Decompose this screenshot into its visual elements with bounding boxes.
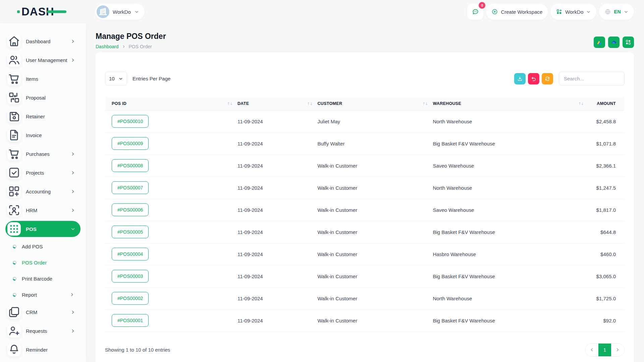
cell-warehouse: Big Basket F&V Warehouse: [433, 309, 589, 331]
sidebar-item-crm[interactable]: CRM: [5, 304, 80, 320]
sidebar-item-label: Print Barcode: [22, 276, 52, 282]
bullet-icon: [13, 293, 16, 297]
sort-icon[interactable]: ↑↓: [307, 102, 313, 106]
cell-customer: Walk-in Customer: [318, 155, 433, 177]
breadcrumb-dashboard-link[interactable]: Dashboard: [96, 44, 119, 49]
cell-pos-id: #POS00005: [105, 221, 237, 243]
download-button[interactable]: [514, 73, 526, 84]
cell-date: 11-09-2024: [237, 110, 318, 132]
column-label: CUSTOMER: [318, 101, 342, 106]
cell-pos-id: #POS00002: [105, 287, 237, 309]
cell-customer: Juliet May: [318, 110, 433, 132]
column-header-amount[interactable]: AMOUNT: [589, 97, 625, 110]
pos-id-link[interactable]: #POS00004: [112, 248, 149, 260]
sidebar-item-user-management[interactable]: User Management: [5, 52, 80, 68]
messages-button[interactable]: 0: [467, 4, 483, 20]
breadcrumb-current: POS Order: [129, 44, 152, 49]
pos-id-link[interactable]: #POS00007: [112, 181, 149, 194]
pos-id-link[interactable]: #POS00003: [112, 270, 149, 283]
sidebar-item-label: Projects: [26, 170, 44, 176]
chat-icon: [472, 8, 479, 16]
table-row: #POS0000611-09-2024Walk-in CustomerSaveo…: [105, 199, 625, 221]
sidebar-item-label: Reminder: [26, 347, 48, 353]
chevron-right-icon: [70, 152, 75, 157]
onedrive-button[interactable]: [608, 37, 620, 48]
sidebar-item-items[interactable]: Items: [5, 71, 80, 87]
sidebar-item-label: CRM: [26, 309, 37, 315]
google-drive-icon: [596, 39, 603, 46]
table-row: #POS0000711-09-2024Walk-in CustomerNorth…: [105, 177, 625, 199]
column-header-date[interactable]: DATE↑↓: [237, 97, 318, 110]
sidebar-item-label: Add POS: [22, 244, 43, 249]
chevron-down-icon: [586, 9, 591, 14]
column-header-pos-id[interactable]: POS ID↑↓: [105, 97, 237, 110]
table-action-buttons: [514, 73, 553, 84]
chevron-right-icon: [70, 292, 74, 297]
sidebar-item-report[interactable]: Report: [5, 288, 80, 301]
pos-id-link[interactable]: #POS00002: [112, 292, 149, 305]
workspace-menu-button[interactable]: WorkDo: [550, 4, 596, 20]
column-label: POS ID: [112, 101, 126, 106]
sidebar-item-reminder[interactable]: Reminder: [5, 342, 80, 358]
table-row: #POS0000311-09-2024Walk-in CustomerBig B…: [105, 265, 625, 287]
cart-icon: [7, 147, 21, 161]
sidebar-item-pos[interactable]: POS: [5, 221, 80, 237]
bell-icon: [7, 343, 21, 356]
apps-grid-button[interactable]: [623, 37, 634, 48]
sidebar-item-dashboard[interactable]: Dashboard: [5, 33, 80, 49]
cell-customer: Buffy Walter: [318, 132, 433, 155]
column-header-warehouse[interactable]: WAREHOUSE↑↓: [433, 97, 589, 110]
sidebar-item-proposal[interactable]: Proposal: [5, 89, 80, 106]
sidebar-item-retainer[interactable]: Retainer: [5, 108, 80, 124]
search-input[interactable]: [559, 72, 625, 85]
sidebar-item-requests[interactable]: Requests: [5, 323, 80, 339]
table-row: #POS0000111-09-2024Walk-in CustomerBig B…: [105, 309, 625, 331]
sidebar-item-pos-order[interactable]: POS Order: [5, 256, 80, 269]
cell-amount: $460.0: [589, 243, 625, 265]
cell-pos-id: #POS00003: [105, 265, 237, 287]
pos-id-link[interactable]: #POS00008: [112, 159, 149, 172]
refresh-button[interactable]: [542, 73, 553, 84]
app-logo[interactable]: DASH: [21, 5, 54, 18]
pos-id-link[interactable]: #POS00009: [112, 137, 149, 150]
cell-date: 11-09-2024: [237, 287, 318, 309]
workspace-menu-label: WorkDo: [565, 9, 583, 15]
page-title: Manage POS Order: [96, 32, 634, 41]
pos-id-link[interactable]: #POS00001: [112, 314, 149, 327]
page-1-button[interactable]: 1: [598, 344, 611, 356]
pos-id-link[interactable]: #POS00006: [112, 203, 149, 216]
sort-icon[interactable]: ↑↓: [227, 102, 233, 106]
sidebar-item-add-pos[interactable]: Add POS: [5, 240, 80, 253]
sort-icon[interactable]: ↑↓: [578, 102, 584, 106]
workspace-selector[interactable]: WorkDo: [95, 4, 145, 20]
cell-amount: $3,065.0: [589, 265, 625, 287]
language-label: EN: [614, 9, 621, 14]
cell-amount: $2,366.1: [589, 155, 625, 177]
google-drive-button[interactable]: [594, 37, 605, 48]
chevron-down-icon: [624, 9, 629, 14]
entries-per-page-select[interactable]: 10: [105, 72, 127, 85]
cell-date: 11-09-2024: [237, 177, 318, 199]
sidebar-item-accounting[interactable]: Accounting: [5, 183, 80, 199]
sidebar-item-projects[interactable]: Projects: [5, 165, 80, 181]
sidebar-item-print-barcode[interactable]: Print Barcode: [5, 272, 80, 285]
cell-pos-id: #POS00004: [105, 243, 237, 265]
table-row: #POS0000811-09-2024Walk-in CustomerSaveo…: [105, 155, 625, 177]
pos-id-link[interactable]: #POS00005: [112, 226, 149, 238]
next-page-button[interactable]: [611, 344, 624, 356]
users-icon: [7, 53, 21, 67]
sidebar-item-purchases[interactable]: Purchases: [5, 146, 80, 162]
previous-page-button[interactable]: [585, 344, 598, 356]
create-workspace-button[interactable]: Create Workspace: [486, 4, 548, 20]
column-header-customer[interactable]: CUSTOMER↑↓: [318, 97, 433, 110]
language-selector[interactable]: EN: [599, 4, 634, 20]
sidebar-item-label: User Management: [26, 57, 67, 63]
table-row: #POS0000911-09-2024Buffy WalterBig Baske…: [105, 132, 625, 155]
sidebar-item-invoice[interactable]: Invoice: [5, 127, 80, 143]
sort-icon[interactable]: ↑↓: [422, 102, 428, 106]
sidebar-item-hrm[interactable]: HRM: [5, 202, 80, 218]
pos-id-link[interactable]: #POS00010: [112, 115, 149, 128]
cell-amount: $1,817.0: [589, 199, 625, 221]
undo-button[interactable]: [528, 73, 539, 84]
dots-grid-icon: [7, 222, 21, 236]
